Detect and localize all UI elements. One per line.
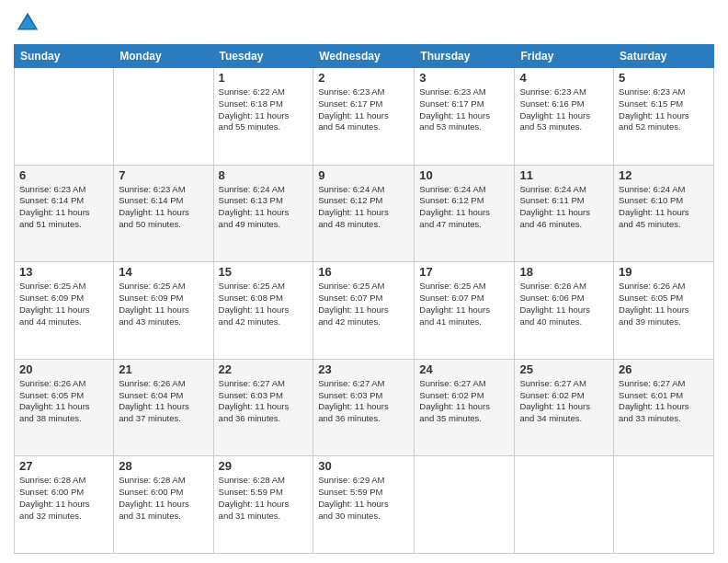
calendar-cell: 18Sunrise: 6:26 AM Sunset: 6:06 PM Dayli… (515, 262, 614, 360)
calendar-cell: 19Sunrise: 6:26 AM Sunset: 6:05 PM Dayli… (614, 262, 714, 360)
day-info: Sunrise: 6:26 AM Sunset: 6:05 PM Dayligh… (619, 281, 709, 327)
calendar-cell: 15Sunrise: 6:25 AM Sunset: 6:08 PM Dayli… (213, 262, 313, 360)
weekday-header-monday: Monday (114, 45, 213, 68)
day-number: 22 (219, 362, 309, 376)
day-number: 11 (519, 168, 609, 182)
calendar-week-row: 27Sunrise: 6:28 AM Sunset: 6:00 PM Dayli… (15, 456, 714, 554)
calendar-cell: 24Sunrise: 6:27 AM Sunset: 6:02 PM Dayli… (415, 359, 515, 456)
day-number: 24 (419, 362, 509, 376)
weekday-header-tuesday: Tuesday (213, 45, 313, 68)
day-number: 2 (318, 71, 409, 85)
day-info: Sunrise: 6:26 AM Sunset: 6:05 PM Dayligh… (19, 378, 108, 425)
day-info: Sunrise: 6:25 AM Sunset: 6:09 PM Dayligh… (119, 281, 208, 327)
calendar-week-row: 1Sunrise: 6:22 AM Sunset: 6:18 PM Daylig… (15, 68, 714, 166)
day-number: 17 (419, 265, 509, 279)
calendar-cell (114, 68, 213, 166)
day-info: Sunrise: 6:25 AM Sunset: 6:09 PM Dayligh… (19, 281, 108, 327)
logo (14, 9, 43, 37)
calendar-table: SundayMondayTuesdayWednesdayThursdayFrid… (14, 44, 714, 554)
calendar-cell: 13Sunrise: 6:25 AM Sunset: 6:09 PM Dayli… (15, 262, 114, 360)
day-number: 26 (619, 362, 709, 376)
calendar-cell: 27Sunrise: 6:28 AM Sunset: 6:00 PM Dayli… (15, 456, 114, 554)
calendar-cell: 26Sunrise: 6:27 AM Sunset: 6:01 PM Dayli… (614, 359, 714, 456)
day-info: Sunrise: 6:26 AM Sunset: 6:04 PM Dayligh… (119, 378, 208, 425)
day-number: 14 (119, 265, 208, 279)
day-number: 23 (318, 362, 409, 376)
day-info: Sunrise: 6:29 AM Sunset: 5:59 PM Dayligh… (318, 475, 409, 522)
calendar-cell: 2Sunrise: 6:23 AM Sunset: 6:17 PM Daylig… (313, 68, 415, 166)
calendar-header: SundayMondayTuesdayWednesdayThursdayFrid… (15, 45, 714, 68)
day-info: Sunrise: 6:26 AM Sunset: 6:06 PM Dayligh… (519, 281, 609, 327)
calendar-body: 1Sunrise: 6:22 AM Sunset: 6:18 PM Daylig… (15, 68, 714, 554)
day-number: 19 (619, 265, 709, 279)
day-info: Sunrise: 6:25 AM Sunset: 6:07 PM Dayligh… (419, 281, 509, 327)
day-info: Sunrise: 6:23 AM Sunset: 6:15 PM Dayligh… (619, 86, 709, 133)
day-number: 20 (19, 362, 108, 376)
day-info: Sunrise: 6:23 AM Sunset: 6:17 PM Dayligh… (419, 86, 509, 133)
calendar-cell: 1Sunrise: 6:22 AM Sunset: 6:18 PM Daylig… (213, 68, 313, 166)
logo-icon (14, 9, 41, 37)
day-info: Sunrise: 6:23 AM Sunset: 6:14 PM Dayligh… (19, 184, 108, 231)
calendar-cell: 21Sunrise: 6:26 AM Sunset: 6:04 PM Dayli… (114, 359, 213, 456)
calendar-cell: 30Sunrise: 6:29 AM Sunset: 5:59 PM Dayli… (313, 456, 415, 554)
day-info: Sunrise: 6:27 AM Sunset: 6:03 PM Dayligh… (219, 378, 309, 425)
calendar-cell: 28Sunrise: 6:28 AM Sunset: 6:00 PM Dayli… (114, 456, 213, 554)
page: SundayMondayTuesdayWednesdayThursdayFrid… (0, 0, 728, 563)
calendar-cell (515, 456, 614, 554)
day-number: 9 (318, 168, 409, 182)
calendar-cell: 25Sunrise: 6:27 AM Sunset: 6:02 PM Dayli… (515, 359, 614, 456)
day-number: 27 (19, 459, 108, 473)
weekday-header-sunday: Sunday (15, 45, 114, 68)
day-number: 7 (119, 168, 208, 182)
day-info: Sunrise: 6:24 AM Sunset: 6:12 PM Dayligh… (318, 184, 409, 231)
day-number: 5 (619, 71, 709, 85)
day-number: 13 (19, 265, 108, 279)
day-number: 16 (318, 265, 409, 279)
day-info: Sunrise: 6:25 AM Sunset: 6:07 PM Dayligh… (318, 281, 409, 327)
weekday-header-row: SundayMondayTuesdayWednesdayThursdayFrid… (15, 45, 714, 68)
day-info: Sunrise: 6:23 AM Sunset: 6:14 PM Dayligh… (119, 184, 208, 231)
calendar-cell: 7Sunrise: 6:23 AM Sunset: 6:14 PM Daylig… (114, 165, 213, 262)
calendar-cell: 16Sunrise: 6:25 AM Sunset: 6:07 PM Dayli… (313, 262, 415, 360)
day-info: Sunrise: 6:28 AM Sunset: 6:00 PM Dayligh… (19, 475, 108, 522)
calendar-cell: 6Sunrise: 6:23 AM Sunset: 6:14 PM Daylig… (15, 165, 114, 262)
day-info: Sunrise: 6:27 AM Sunset: 6:02 PM Dayligh… (419, 378, 509, 425)
calendar-week-row: 20Sunrise: 6:26 AM Sunset: 6:05 PM Dayli… (15, 359, 714, 456)
day-number: 6 (19, 168, 108, 182)
day-number: 25 (519, 362, 609, 376)
weekday-header-wednesday: Wednesday (313, 45, 415, 68)
day-number: 1 (219, 71, 309, 85)
calendar-cell: 11Sunrise: 6:24 AM Sunset: 6:11 PM Dayli… (515, 165, 614, 262)
calendar-cell: 3Sunrise: 6:23 AM Sunset: 6:17 PM Daylig… (415, 68, 515, 166)
weekday-header-friday: Friday (515, 45, 614, 68)
day-info: Sunrise: 6:28 AM Sunset: 5:59 PM Dayligh… (219, 475, 309, 522)
day-number: 21 (119, 362, 208, 376)
day-number: 28 (119, 459, 208, 473)
calendar-cell: 8Sunrise: 6:24 AM Sunset: 6:13 PM Daylig… (213, 165, 313, 262)
day-info: Sunrise: 6:23 AM Sunset: 6:17 PM Dayligh… (318, 86, 409, 133)
day-info: Sunrise: 6:28 AM Sunset: 6:00 PM Dayligh… (119, 475, 208, 522)
day-info: Sunrise: 6:27 AM Sunset: 6:01 PM Dayligh… (619, 378, 709, 425)
calendar-cell: 17Sunrise: 6:25 AM Sunset: 6:07 PM Dayli… (415, 262, 515, 360)
day-number: 10 (419, 168, 509, 182)
calendar-cell: 23Sunrise: 6:27 AM Sunset: 6:03 PM Dayli… (313, 359, 415, 456)
weekday-header-thursday: Thursday (415, 45, 515, 68)
calendar-cell: 14Sunrise: 6:25 AM Sunset: 6:09 PM Dayli… (114, 262, 213, 360)
day-info: Sunrise: 6:24 AM Sunset: 6:11 PM Dayligh… (519, 184, 609, 231)
calendar-cell: 9Sunrise: 6:24 AM Sunset: 6:12 PM Daylig… (313, 165, 415, 262)
header (14, 9, 714, 37)
weekday-header-saturday: Saturday (614, 45, 714, 68)
calendar-cell: 29Sunrise: 6:28 AM Sunset: 5:59 PM Dayli… (213, 456, 313, 554)
day-number: 15 (219, 265, 309, 279)
day-number: 12 (619, 168, 709, 182)
day-number: 18 (519, 265, 609, 279)
day-info: Sunrise: 6:27 AM Sunset: 6:03 PM Dayligh… (318, 378, 409, 425)
calendar-cell (614, 456, 714, 554)
calendar-cell: 20Sunrise: 6:26 AM Sunset: 6:05 PM Dayli… (15, 359, 114, 456)
day-number: 3 (419, 71, 509, 85)
day-info: Sunrise: 6:24 AM Sunset: 6:10 PM Dayligh… (619, 184, 709, 231)
calendar-cell: 22Sunrise: 6:27 AM Sunset: 6:03 PM Dayli… (213, 359, 313, 456)
calendar-cell: 4Sunrise: 6:23 AM Sunset: 6:16 PM Daylig… (515, 68, 614, 166)
day-number: 30 (318, 459, 409, 473)
day-info: Sunrise: 6:25 AM Sunset: 6:08 PM Dayligh… (219, 281, 309, 327)
